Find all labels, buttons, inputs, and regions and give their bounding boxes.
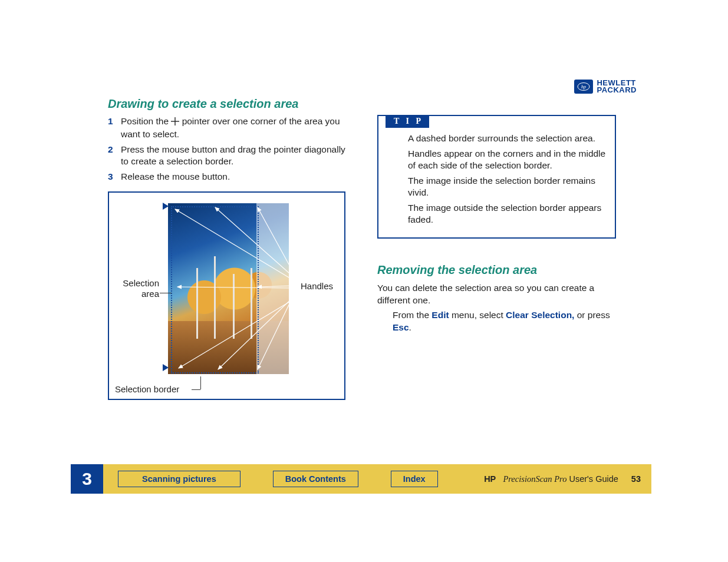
- page-number: 53: [631, 474, 641, 484]
- callout-handles: Handles: [301, 281, 333, 292]
- callout-selection-border: Selection border: [115, 384, 179, 395]
- page-footer: 3 Scanning pictures Book Contents Index …: [71, 464, 651, 494]
- tip-4: The image outside the selection border a…: [408, 202, 607, 226]
- svg-text:hp: hp: [581, 84, 586, 90]
- tip-3: The image inside the selection border re…: [408, 175, 607, 199]
- sample-photo: [168, 203, 289, 374]
- step-1-text: Position the pointer over one corner of …: [121, 115, 347, 140]
- step-3: 3 Release the mouse button.: [108, 171, 347, 183]
- marker-icon: [163, 203, 169, 210]
- heading-drawing: Drawing to create a selection area: [108, 97, 347, 111]
- step-3-number: 3: [108, 171, 115, 183]
- step-2: 2 Press the mouse button and drag the po…: [108, 144, 347, 167]
- tip-1: A dashed border surrounds the selection …: [408, 133, 607, 144]
- kw-edit: Edit: [431, 310, 449, 320]
- hp-badge-icon: hp: [574, 80, 593, 94]
- kw-esc: Esc: [393, 322, 409, 332]
- tip-box: T I P A dashed border surrounds the sele…: [377, 115, 616, 239]
- hp-logo: hp HEWLETT PACKARD: [574, 80, 637, 94]
- tip-label: T I P: [386, 115, 429, 128]
- step-1-number: 1: [108, 115, 115, 140]
- guide-title: HP PrecisionScan Pro User's Guide 53: [484, 474, 641, 484]
- step-2-number: 2: [108, 144, 115, 167]
- logo-text-2: PACKARD: [597, 87, 637, 94]
- index-button[interactable]: Index: [391, 471, 438, 487]
- step-3-text: Release the mouse button.: [121, 171, 230, 183]
- remove-instruction: From the Edit menu, select Clear Selecti…: [377, 309, 616, 333]
- marker-icon: [163, 364, 169, 371]
- step-1: 1 Position the pointer over one corner o…: [108, 115, 347, 140]
- selection-diagram: Selection area Handles Selection border: [108, 191, 345, 400]
- chapter-number: 3: [71, 464, 103, 494]
- step-2-text: Press the mouse button and drag the poin…: [121, 144, 347, 167]
- tip-2: Handles appear on the corners and in the…: [408, 148, 607, 171]
- heading-removing: Removing the selection area: [377, 263, 616, 277]
- callout-selection-area: Selection area: [112, 278, 159, 299]
- crosshair-icon: [171, 117, 179, 128]
- steps-list: 1 Position the pointer over one corner o…: [108, 115, 347, 183]
- scanning-pictures-button[interactable]: Scanning pictures: [118, 471, 241, 487]
- remove-intro: You can delete the selection area so you…: [377, 282, 616, 306]
- kw-clear-selection: Clear Selection,: [506, 310, 574, 320]
- book-contents-button[interactable]: Book Contents: [273, 471, 358, 487]
